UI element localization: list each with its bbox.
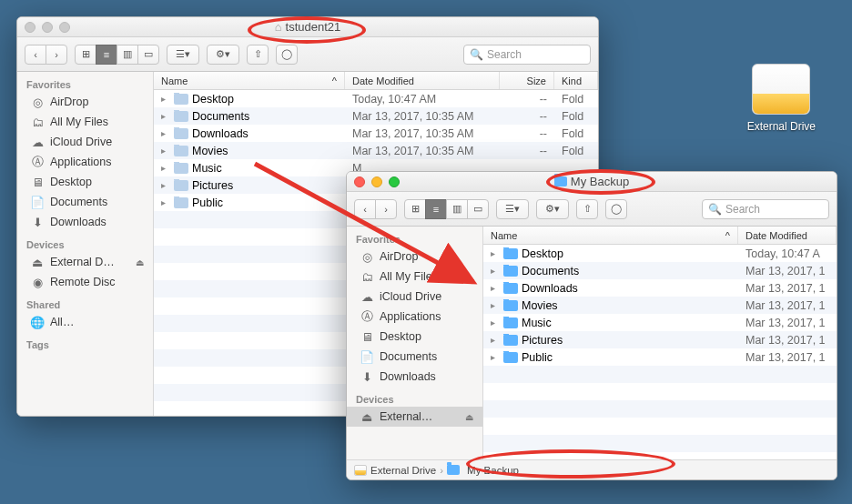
titlebar[interactable]: ⌂ tstudent21 — [17, 17, 598, 37]
column-header[interactable]: Name^ Date Modified — [483, 227, 837, 245]
external-drive-icon — [752, 64, 810, 115]
file-name: Movies — [192, 145, 228, 157]
table-row[interactable]: ▸DocumentsMar 13, 2017, 10:35 AM--Fold — [154, 107, 598, 125]
eject-icon[interactable]: ⏏ — [136, 257, 144, 267]
path-segment[interactable]: External Drive — [370, 465, 436, 476]
sidebar-item[interactable]: ⬇Downloads — [17, 212, 153, 232]
sidebar-item[interactable]: ☁iCloud Drive — [17, 132, 153, 152]
disclosure-triangle-icon[interactable]: ▸ — [491, 266, 500, 276]
downloads-icon: ⬇ — [30, 215, 45, 229]
table-row[interactable]: ▸DesktopToday, 10:47 A — [483, 245, 837, 262]
sidebar-item[interactable]: ◎AirDrop — [347, 247, 482, 267]
arrange-button[interactable]: ☰▾ — [167, 45, 199, 65]
col-size[interactable]: Size — [500, 72, 554, 89]
col-name[interactable]: Name^ — [154, 72, 345, 89]
close-button[interactable] — [354, 176, 365, 187]
forward-button[interactable]: › — [46, 45, 67, 65]
disclosure-triangle-icon[interactable]: ▸ — [491, 318, 500, 328]
col-date[interactable]: Date Modified — [345, 72, 500, 89]
search-input[interactable]: 🔍 Search — [702, 199, 829, 219]
disclosure-triangle-icon[interactable]: ▸ — [491, 335, 500, 345]
eject-icon[interactable]: ⏏ — [465, 412, 473, 422]
sidebar-item[interactable]: 🖥Desktop — [347, 327, 482, 347]
table-row[interactable]: ▸DownloadsMar 13, 2017, 1 — [483, 279, 837, 297]
tags-button[interactable]: ◯ — [276, 45, 298, 65]
col-date[interactable]: Date Modified — [738, 227, 837, 244]
share-button[interactable]: ⇧ — [576, 199, 598, 219]
sidebar-item[interactable]: ⏏External D…⏏ — [17, 252, 153, 272]
path-segment[interactable]: My Backup — [467, 465, 519, 476]
disclosure-triangle-icon[interactable]: ▸ — [161, 111, 170, 121]
search-input[interactable]: 🔍 Search — [463, 45, 591, 65]
sidebar-item[interactable]: 🗂All My Files — [17, 112, 153, 132]
empty-row — [483, 383, 837, 400]
all-files-icon: 🗂 — [360, 269, 374, 284]
table-row[interactable]: ▸PublicMar 13, 2017, 1 — [483, 348, 837, 366]
disclosure-triangle-icon[interactable]: ▸ — [491, 352, 500, 362]
col-kind[interactable]: Kind — [554, 72, 598, 89]
disclosure-triangle-icon[interactable]: ▸ — [491, 283, 500, 293]
cell-size: -- — [500, 93, 554, 106]
folder-icon — [174, 146, 188, 156]
table-row[interactable]: ▸DesktopToday, 10:47 AM--Fold — [154, 90, 598, 107]
forward-button[interactable]: › — [375, 199, 397, 219]
zoom-button[interactable] — [389, 176, 400, 187]
icon-view-button[interactable]: ⊞ — [404, 199, 426, 219]
disclosure-triangle-icon[interactable]: ▸ — [161, 197, 170, 207]
sidebar-item[interactable]: 📄Documents — [347, 347, 482, 367]
minimize-button[interactable] — [42, 22, 53, 33]
table-row[interactable]: ▸DownloadsMar 13, 2017, 10:35 AM--Fold — [154, 125, 598, 142]
icon-view-button[interactable]: ⊞ — [75, 45, 96, 65]
column-view-button[interactable]: ▥ — [446, 199, 468, 219]
table-row[interactable]: ▸MoviesMar 13, 2017, 1 — [483, 297, 837, 314]
table-row[interactable]: ▸DocumentsMar 13, 2017, 1 — [483, 262, 837, 279]
disclosure-triangle-icon[interactable]: ▸ — [161, 94, 170, 104]
sidebar-item[interactable]: ⒶApplications — [347, 307, 482, 327]
sidebar-item[interactable]: 🖥Desktop — [17, 172, 153, 192]
coverflow-view-button[interactable]: ▭ — [467, 199, 489, 219]
external-drive-desktop-icon[interactable]: External Drive — [747, 64, 816, 133]
titlebar[interactable]: My Backup — [347, 172, 837, 192]
table-row[interactable]: ▸MoviesMar 13, 2017, 10:35 AM--Fold — [154, 142, 598, 159]
column-header[interactable]: Name^ Date Modified Size Kind — [154, 72, 598, 90]
share-button[interactable]: ⇧ — [247, 45, 269, 65]
disclosure-triangle-icon[interactable]: ▸ — [161, 180, 170, 190]
disclosure-triangle-icon[interactable]: ▸ — [491, 300, 500, 310]
disclosure-triangle-icon[interactable]: ▸ — [491, 248, 500, 258]
cell-date: Mar 13, 2017, 10:35 AM — [345, 145, 500, 157]
sidebar-item[interactable]: 🗂All My Files — [347, 267, 482, 287]
zoom-button[interactable] — [59, 22, 70, 33]
table-row[interactable]: ▸MusicMar 13, 2017, 1 — [483, 314, 837, 331]
sidebar-item[interactable]: ⏏External…⏏ — [347, 407, 482, 427]
tags-button[interactable]: ◯ — [605, 199, 627, 219]
action-button[interactable]: ⚙▾ — [207, 45, 239, 65]
external-drive-label: External Drive — [747, 120, 816, 133]
list-view-button[interactable]: ≡ — [425, 199, 447, 219]
sidebar-item[interactable]: ⒶApplications — [17, 152, 153, 172]
folder-icon — [174, 163, 188, 174]
sidebar-item[interactable]: 🌐All… — [17, 312, 153, 332]
cell-name: ▸Desktop — [483, 247, 738, 260]
sidebar-item[interactable]: ☁iCloud Drive — [347, 287, 482, 307]
sidebar-item[interactable]: 📄Documents — [17, 192, 153, 212]
sidebar-item[interactable]: ⬇Downloads — [347, 367, 482, 387]
action-button[interactable]: ⚙▾ — [536, 199, 569, 219]
sidebar-item[interactable]: ◎AirDrop — [17, 92, 153, 112]
coverflow-view-button[interactable]: ▭ — [137, 45, 159, 65]
sidebar-item[interactable]: ◉Remote Disc — [17, 272, 153, 292]
disclosure-triangle-icon[interactable]: ▸ — [161, 146, 170, 156]
column-view-button[interactable]: ▥ — [117, 45, 138, 65]
disclosure-triangle-icon[interactable]: ▸ — [161, 163, 170, 173]
cell-date: Today, 10:47 AM — [345, 93, 500, 106]
col-name[interactable]: Name^ — [483, 227, 738, 244]
close-button[interactable] — [25, 22, 36, 33]
arrange-button[interactable]: ☰▾ — [496, 199, 529, 219]
table-row[interactable]: ▸PicturesMar 13, 2017, 1 — [483, 331, 837, 348]
minimize-button[interactable] — [371, 176, 382, 187]
back-button[interactable]: ‹ — [25, 45, 46, 65]
disclosure-triangle-icon[interactable]: ▸ — [161, 128, 170, 138]
cell-size: -- — [500, 127, 554, 140]
list-view-button[interactable]: ≡ — [96, 45, 117, 65]
path-bar[interactable]: External Drive › My Backup — [347, 459, 837, 479]
back-button[interactable]: ‹ — [354, 199, 376, 219]
